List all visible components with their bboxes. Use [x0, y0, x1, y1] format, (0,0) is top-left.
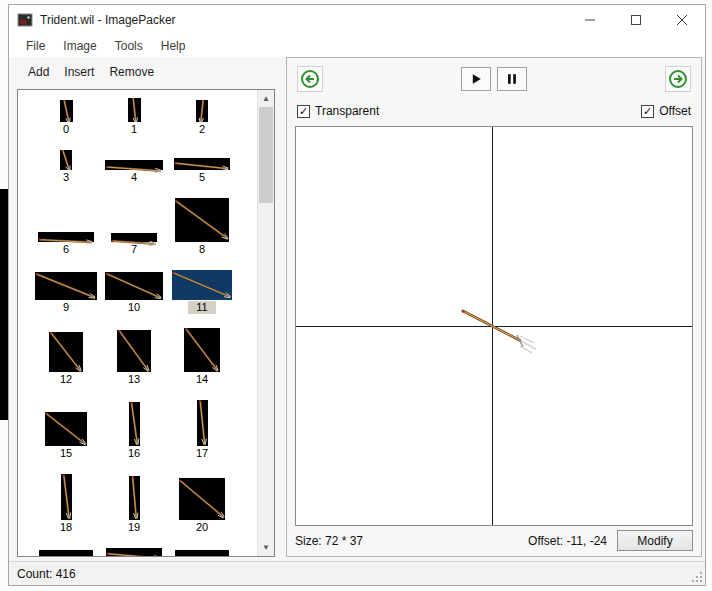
modify-button[interactable]: Modify: [617, 530, 693, 551]
scrollbar-thumb[interactable]: [259, 107, 273, 203]
thumbnail-item[interactable]: 22: [100, 548, 168, 556]
vertical-scrollbar[interactable]: ▲ ▼: [257, 90, 274, 556]
thumbnail-item[interactable]: 21: [32, 548, 100, 556]
remove-button[interactable]: Remove: [109, 65, 154, 79]
circle-arrow-left-icon: [300, 69, 320, 89]
scroll-up-button[interactable]: ▲: [258, 90, 274, 107]
thumbnail-item[interactable]: 17: [168, 400, 236, 460]
thumbnail-index-label: 0: [63, 123, 69, 136]
menu-file[interactable]: File: [17, 37, 54, 55]
sprite-thumbnail: [106, 548, 162, 556]
close-button[interactable]: [659, 5, 705, 35]
offset-checkbox-label: Offset: [659, 104, 691, 118]
check-icon: ✓: [299, 105, 308, 116]
thumbnail-item[interactable]: 2: [168, 98, 236, 136]
thumbnail-index-label: 1: [131, 123, 137, 136]
insert-button[interactable]: Insert: [64, 65, 94, 79]
add-button[interactable]: Add: [28, 65, 49, 79]
window-controls: [567, 5, 705, 35]
thumbnail-item[interactable]: 19: [100, 474, 168, 534]
thumbnail-index-label: 17: [196, 447, 208, 460]
circle-arrow-right-icon: [668, 69, 688, 89]
maximize-icon: [631, 15, 641, 25]
window-title: Trident.wil - ImagePacker: [40, 13, 176, 27]
thumbnail-index-label: 16: [128, 447, 140, 460]
thumbnail-item[interactable]: 6: [32, 198, 100, 256]
sprite-thumbnail: [105, 160, 163, 170]
thumbnail-index-label: 19: [128, 521, 140, 534]
play-button[interactable]: [461, 67, 491, 91]
thumbnail-item[interactable]: 14: [168, 328, 236, 386]
preview-options-row: ✓ Transparent ✓ Offset: [297, 104, 691, 118]
next-image-button[interactable]: [665, 66, 691, 92]
preview-canvas: [295, 126, 693, 526]
thumbnail-index-label: 6: [63, 243, 69, 256]
thumbnail-index-label: 12: [60, 373, 72, 386]
menu-help[interactable]: Help: [152, 37, 195, 55]
thumbnail-item[interactable]: 8: [168, 198, 236, 256]
size-label: Size: 72 * 37: [295, 534, 363, 548]
sprite-thumbnail: [179, 478, 225, 520]
sprite-thumbnail: [45, 412, 87, 446]
thumbnail-item[interactable]: 13: [100, 328, 168, 386]
thumbnail-index-label: 15: [60, 447, 72, 460]
thumbnail-index-label: 8: [199, 243, 205, 256]
thumbnail-item[interactable]: 20: [168, 474, 236, 534]
sprite-thumbnail: [172, 270, 232, 300]
sprite-thumbnail: [174, 158, 230, 170]
thumbnail-item[interactable]: 3: [32, 150, 100, 184]
scroll-down-button[interactable]: ▼: [258, 539, 274, 556]
sprite-thumbnail: [60, 150, 72, 170]
menu-image[interactable]: Image: [54, 37, 105, 55]
play-icon: [468, 71, 484, 87]
thumbnail-item[interactable]: 12: [32, 328, 100, 386]
count-label: Count: 416: [17, 567, 76, 581]
sprite-thumbnail: [117, 330, 151, 372]
thumbnail-item[interactable]: 5: [168, 150, 236, 184]
sprite-thumbnail: [61, 474, 72, 520]
thumbnail-item[interactable]: 4: [100, 150, 168, 184]
sprite-thumbnail: [196, 100, 208, 122]
thumbnail-item[interactable]: 9: [32, 270, 100, 314]
sprite-thumbnail: [39, 550, 93, 556]
status-bar: Count: 416: [9, 561, 705, 585]
sprite-thumbnail: [175, 198, 229, 242]
playback-controls: [461, 67, 527, 91]
thumbnail-item[interactable]: 1: [100, 98, 168, 136]
prev-image-button[interactable]: [297, 66, 323, 92]
trident-sprite: [459, 305, 543, 357]
thumbnail-index-label: 7: [131, 243, 137, 256]
thumbnail-index-label: 20: [196, 521, 208, 534]
thumbnail-item-selected[interactable]: 11: [168, 270, 236, 314]
sprite-thumbnail: [197, 400, 208, 446]
transparent-checkbox[interactable]: ✓ Transparent: [297, 104, 379, 118]
check-icon: ✓: [643, 105, 652, 116]
checkbox-box: ✓: [297, 105, 310, 118]
resize-grip[interactable]: [690, 570, 704, 584]
sprite-thumbnail: [175, 550, 229, 556]
sprite-thumbnail: [128, 98, 141, 122]
thumbnail-item[interactable]: 16: [100, 400, 168, 460]
thumbnail-index-label: 2: [199, 123, 205, 136]
maximize-button[interactable]: [613, 5, 659, 35]
sprite-thumbnail: [60, 100, 73, 122]
thumbnail-item[interactable]: 23: [168, 548, 236, 556]
minimize-button[interactable]: [567, 5, 613, 35]
thumbnail-item[interactable]: 10: [100, 270, 168, 314]
thumbnail-item[interactable]: 15: [32, 400, 100, 460]
menu-tools[interactable]: Tools: [106, 37, 152, 55]
thumbnail-index-label: 13: [128, 373, 140, 386]
checkbox-box: ✓: [641, 105, 654, 118]
sprite-thumbnail: [35, 272, 97, 300]
sprite-thumbnail: [49, 332, 83, 372]
thumbnail-item[interactable]: 18: [32, 474, 100, 534]
transparent-checkbox-label: Transparent: [315, 104, 379, 118]
thumbnail-item[interactable]: 0: [32, 98, 100, 136]
thumbnail-index-label: 14: [196, 373, 208, 386]
pause-button[interactable]: [497, 67, 527, 91]
offset-checkbox[interactable]: ✓ Offset: [641, 104, 691, 118]
thumbnail-index-label: 10: [128, 301, 140, 314]
list-toolbar: Add Insert Remove: [28, 65, 154, 79]
thumbnail-index-label: 11: [188, 301, 215, 314]
thumbnail-item[interactable]: 7: [100, 198, 168, 256]
